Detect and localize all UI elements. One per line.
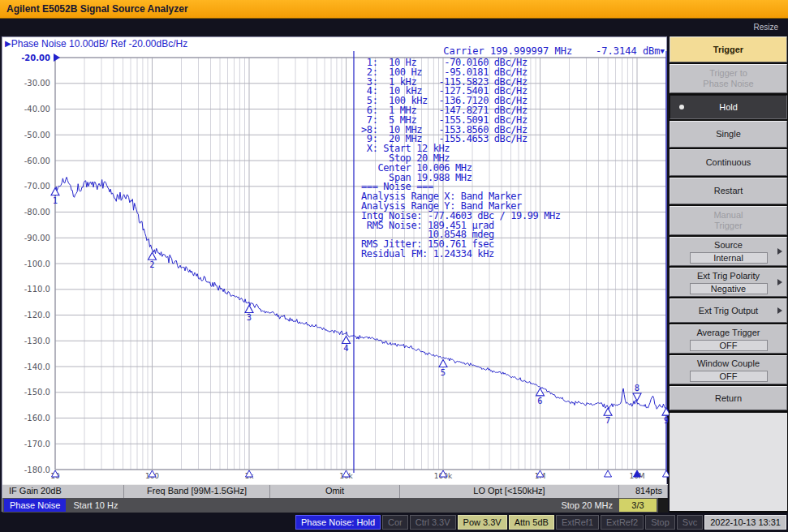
softkey-label: Ext Trig Polarity (697, 271, 760, 281)
softkey-label: Trigger (714, 221, 742, 231)
carrier-frequency: 199.999997 MHz (490, 45, 572, 57)
status-segment: 2022-10-13 13:31 (704, 515, 786, 530)
softkey-value: Internal (690, 252, 768, 264)
start-frequency-label: Start 10 Hz (73, 500, 118, 510)
softkey-value: OFF (690, 371, 768, 382)
softkey-single[interactable]: Single (670, 121, 787, 148)
y-axis-tick-label: -80.00 (24, 208, 50, 217)
y-axis-tick-label: -140.0 (24, 363, 50, 371)
marker-4-number: 4 (343, 343, 348, 353)
softkey-continuous[interactable]: Continuous (670, 149, 787, 176)
row-end-block (658, 498, 668, 513)
softkey-label: Return (715, 393, 742, 404)
softkey-label: Trigger to (709, 68, 747, 79)
status-segment: ExtRef2 (601, 515, 644, 530)
y-axis-tick-label: -30.00 (24, 79, 50, 88)
y-axis-tick-label: -90.00 (24, 234, 50, 242)
y-axis-tick-label: -130.0 (24, 337, 50, 345)
softkey-label: Phase Noise (703, 79, 753, 89)
y-axis-tick-label: -100.0 (24, 260, 50, 268)
y-axis-tick-label: -60.00 (24, 157, 50, 165)
softkey-label: Ext Trig Output (699, 306, 758, 316)
app-title-bar: Agilent E5052B Signal Source Analyzer (0, 0, 788, 19)
y-axis-tick-label: -110.0 (24, 285, 50, 294)
softkey-label: Trigger (713, 45, 743, 55)
measurement-status-row: Phase Noise Start 10 Hz Stop 20 MHz 3/3 (2, 498, 668, 513)
submenu-arrow-icon (777, 248, 782, 255)
submenu-arrow-icon (777, 307, 782, 314)
softkey-restart[interactable]: Restart (670, 178, 787, 204)
marker-1-triangle-icon[interactable] (51, 188, 59, 195)
average-counter-badge: 3/3 (619, 499, 657, 512)
softkey-return[interactable]: Return (670, 386, 787, 410)
marker-5-triangle-icon[interactable] (439, 360, 447, 367)
phase-noise-chart: -20.00-30.00-40.00-50.00-60.00-70.00-80.… (2, 51, 668, 484)
y-axis-tick-label: -40.00 (24, 105, 50, 114)
status-segment: Pow 3.3V (458, 515, 507, 530)
softkey-manual-trigger: ManualTrigger (670, 206, 787, 235)
carrier-label: Carrier (443, 45, 484, 57)
trace-header-label: Phase Noise 10.00dB/ Ref -20.00dBc/Hz (11, 38, 187, 49)
marker-7-number: 7 (605, 415, 610, 425)
softkey-label: Window Couple (697, 358, 760, 369)
y-axis-tick-label: -50.00 (24, 131, 50, 139)
marker-8-triangle-icon[interactable] (633, 393, 641, 401)
setup-cell: 814pts (619, 485, 668, 498)
menu-bar: Resize (0, 19, 788, 36)
instrument-screen: Agilent E5052B Signal Source Analyzer Re… (0, 0, 788, 532)
softkey-average-trigger[interactable]: Average TriggerOFF (670, 324, 787, 354)
softkey-ext-trig-polarity[interactable]: Ext Trig PolarityNegative (670, 268, 787, 297)
setup-cell: Freq Band [99M-1.5GHz] (124, 485, 270, 498)
status-segment: Stop (645, 515, 675, 530)
softkey-label: Average Trigger (696, 328, 760, 338)
mode-badge: Phase Noise (4, 499, 66, 512)
marker-1-number: 1 (53, 195, 58, 205)
active-trace-arrow-icon: ▶ (5, 39, 11, 48)
marker-2-number: 2 (149, 260, 154, 269)
y-axis-tick-label: -120.0 (24, 311, 50, 320)
y-axis-tick-label: -20.00 (21, 54, 50, 62)
stop-frequency-label: Stop 20 MHz (561, 500, 613, 510)
softkey-value: OFF (690, 340, 768, 351)
softkey-trigger-to-phase-noise: Trigger toPhase Noise (670, 64, 787, 93)
marker-6-number: 6 (537, 396, 542, 405)
setup-cell: Omit (270, 485, 400, 498)
marker-7-triangle-icon[interactable] (604, 408, 612, 415)
y-axis-tick-label: -160.0 (24, 414, 50, 423)
softkey-label: Single (716, 129, 741, 139)
marker-3-number: 3 (247, 312, 252, 322)
setup-status-row: IF Gain 20dBFreq Band [99M-1.5GHz]OmitLO… (2, 484, 668, 498)
status-segment: ExtRef1 (556, 515, 599, 530)
marker-3-triangle-icon[interactable] (245, 305, 253, 312)
softkey-label: Source (714, 240, 743, 251)
selected-bullet-icon (679, 105, 684, 109)
softkey-label: Manual (713, 210, 743, 221)
status-segment: Ctrl 3.3V (410, 515, 456, 530)
softkey-menu-filler (670, 413, 787, 511)
softkey-hold[interactable]: Hold (670, 95, 787, 119)
setup-cell: LO Opt [<150kHz] (400, 485, 619, 498)
y-axis-tick-label: -150.0 (24, 388, 50, 397)
resize-button[interactable]: Resize (753, 23, 778, 32)
softkey-label: Restart (714, 186, 743, 196)
softkey-source[interactable]: SourceInternal (670, 237, 787, 266)
instrument-status-bar: Phase Noise: HoldCorCtrl 3.3VPow 3.3VAtt… (0, 513, 788, 532)
y-axis-tick-label: -70.00 (24, 182, 50, 191)
status-segment: Attn 5dB (509, 515, 554, 530)
reference-level-arrow-icon (54, 54, 60, 62)
softkey-ext-trig-output[interactable]: Ext Trig Output (670, 298, 787, 323)
marker-8-number: 8 (635, 383, 639, 393)
softkey-label: Hold (719, 102, 738, 113)
status-segment: Svc (677, 515, 703, 530)
softkey-window-couple[interactable]: Window CoupleOFF (670, 355, 787, 384)
carrier-power: -7.3144 dBm (596, 45, 660, 57)
marker-5-number: 5 (441, 367, 446, 377)
marker-analysis-readout: 1: 10 Hz -70.0160 dBc/Hz 2: 100 Hz -95.0… (361, 58, 561, 260)
status-segment: Phase Noise: Hold (295, 515, 381, 530)
status-segment: Cor (382, 515, 408, 530)
measurement-window: ▶Phase Noise 10.00dB/ Ref -20.00dBc/Hz -… (2, 36, 667, 512)
softkey-trigger-title: Trigger (670, 36, 787, 62)
setup-cell: IF Gain 20dB (2, 485, 124, 498)
softkey-label: Continuous (706, 157, 751, 168)
submenu-arrow-icon (777, 279, 782, 285)
